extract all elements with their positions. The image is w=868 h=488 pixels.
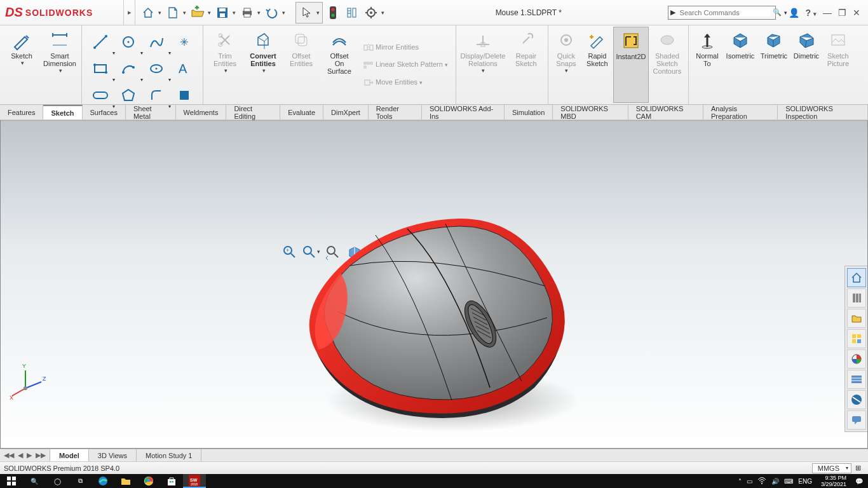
bottom-tab-3d-views[interactable]: 3D Views <box>89 449 137 461</box>
point-tool[interactable] <box>171 29 198 55</box>
normal-to-button[interactable]: Normal To <box>691 27 723 103</box>
tab-evaluate[interactable]: Evaluate <box>280 105 323 119</box>
help-button[interactable]: ? ▾ <box>806 8 817 18</box>
linear-pattern-button[interactable]: Linear Sketch Pattern ▾ <box>363 60 448 69</box>
display-delete-relations-button[interactable]: Display/Delete Relations▾ <box>459 27 507 103</box>
taskpane-appearances-icon[interactable] <box>847 349 866 369</box>
svg-line-90 <box>12 388 25 396</box>
options-list-icon[interactable] <box>343 4 361 22</box>
save-button[interactable]: ▾ <box>214 4 237 22</box>
repair-sketch-button[interactable]: Repair Sketch <box>507 27 545 103</box>
tab-sketch[interactable]: Sketch <box>43 105 82 119</box>
rapid-sketch-button[interactable]: Rapid Sketch <box>581 27 613 103</box>
slot-tool[interactable]: ▾ <box>87 83 114 108</box>
arc-tool[interactable]: ▾ <box>115 56 142 81</box>
close-button[interactable]: ✕ <box>853 8 860 18</box>
dimetric-button[interactable]: Dimetric <box>790 27 822 103</box>
trim-entities-button[interactable]: Trim Entities▾ <box>206 27 244 103</box>
volume-icon[interactable]: 🔊 <box>771 478 779 485</box>
settings-button[interactable]: ▾ <box>362 4 386 22</box>
tab-solidworks-add-ins[interactable]: SOLIDWORKS Add-Ins <box>422 105 505 119</box>
bottom-tab-motion-study-1[interactable]: Motion Study 1 <box>137 449 201 461</box>
taskpane-view-palette-icon[interactable] <box>847 329 866 348</box>
search-icon[interactable]: 🔍 <box>23 474 46 488</box>
taskpane-design-library-icon[interactable] <box>847 288 866 308</box>
menu-flyout-button[interactable]: ▸ <box>124 0 135 25</box>
tray-overflow-icon[interactable]: ˄ <box>738 478 742 485</box>
select-button[interactable]: ▾ <box>295 2 323 24</box>
taskpane-forum-icon[interactable] <box>847 410 866 430</box>
svg-point-34 <box>132 66 135 69</box>
polygon-tool[interactable] <box>115 83 142 108</box>
file-explorer-icon[interactable] <box>114 474 137 488</box>
tab-render-tools[interactable]: Render Tools <box>369 105 422 119</box>
status-edition: SOLIDWORKS Premium 2018 SP4.0 <box>4 464 119 472</box>
bottom-tab-model[interactable]: Model <box>50 449 89 461</box>
line-tool[interactable]: ▾ <box>87 29 114 55</box>
taskpane-sw-resources-icon[interactable] <box>847 390 866 409</box>
new-button[interactable]: ▾ <box>164 4 187 22</box>
isometric-button[interactable]: Isometric <box>723 27 757 103</box>
user-icon[interactable]: 👤 <box>789 8 799 18</box>
taskpane-file-explorer-icon[interactable] <box>847 309 866 328</box>
convert-entities-button[interactable]: Convert Entities▾ <box>244 27 282 103</box>
taskpane-home-icon[interactable] <box>847 268 866 287</box>
rectangle-tool[interactable]: ▾ <box>87 56 114 81</box>
trimetric-label: Trimetric <box>761 52 787 60</box>
spline-tool[interactable]: ▾ <box>143 29 170 55</box>
home-button[interactable]: ▾ <box>139 4 163 22</box>
start-button[interactable] <box>0 474 23 488</box>
edge-icon[interactable] <box>92 474 114 488</box>
ellipse-tool[interactable]: ▾ <box>143 56 170 81</box>
tab-solidworks-cam[interactable]: SOLIDWORKS CAM <box>628 105 703 119</box>
chrome-icon[interactable] <box>137 474 160 488</box>
traffic-light-icon[interactable] <box>324 4 342 22</box>
store-icon[interactable] <box>160 474 183 488</box>
circle-tool[interactable]: ▾ <box>115 29 142 55</box>
battery-icon[interactable]: ▭ <box>747 478 752 485</box>
search-input[interactable] <box>677 9 770 17</box>
shaded-sketch-contours-button[interactable]: Shaded Sketch Contours <box>649 27 686 103</box>
smart-dimension-button[interactable]: Smart Dimension▾ <box>41 27 79 103</box>
solidworks-taskbar-icon[interactable]: SW2018 <box>183 474 206 488</box>
tab-simulation[interactable]: Simulation <box>505 105 553 119</box>
mirror-entities-button[interactable]: Mirror Entities <box>363 43 448 51</box>
sketch-button[interactable]: Sketch▾ <box>3 27 41 103</box>
orientation-triad[interactable]: Y X Z <box>10 363 48 401</box>
tab-solidworks-inspection[interactable]: SOLIDWORKS Inspection <box>778 105 868 119</box>
tab-solidworks-mbd[interactable]: SOLIDWORKS MBD <box>553 105 628 119</box>
open-button[interactable]: ▾ <box>189 4 212 22</box>
units-dropdown[interactable]: MMGS <box>812 463 851 473</box>
action-center-icon[interactable]: 💬 <box>855 478 863 485</box>
motion-manager-arrows[interactable]: ◀◀◀▶▶▶ <box>0 449 50 461</box>
text-tool[interactable]: A <box>171 56 198 81</box>
graphics-viewport[interactable]: + ▾ A▾ ▾ ▾ ▾ ▾ ▾ ▾ <box>0 120 868 449</box>
plane-tool[interactable] <box>171 83 198 108</box>
print-button[interactable]: ▾ <box>238 4 262 22</box>
trimetric-button[interactable]: Trimetric <box>757 27 790 103</box>
search-commands[interactable]: ▶ 🔍▾ <box>668 6 776 20</box>
clock[interactable]: 9:35 PM 3/29/2021 <box>817 475 850 487</box>
task-view-icon[interactable]: ⧉ <box>69 474 92 488</box>
tab-features[interactable]: Features <box>0 105 43 119</box>
offset-entities-button[interactable]: Offset Entities <box>282 27 320 103</box>
sketch-picture-button[interactable]: Sketch Picture <box>822 27 854 103</box>
offset-on-surface-button[interactable]: Offset On Surface <box>320 27 358 103</box>
quick-snaps-button[interactable]: Quick Snaps▾ <box>551 27 581 103</box>
keyboard-icon[interactable]: ⌨ <box>784 478 793 485</box>
minimize-button[interactable]: — <box>823 8 832 18</box>
status-grid-icon[interactable]: ⊞ <box>851 464 864 472</box>
mouse-model[interactable] <box>280 191 585 445</box>
restore-button[interactable]: ❐ <box>838 8 846 18</box>
instant2d-button[interactable]: Instant2D <box>613 27 649 103</box>
taskpane-custom-properties-icon[interactable] <box>847 370 866 389</box>
tab-dimxpert[interactable]: DimXpert <box>323 105 369 119</box>
cortana-icon[interactable]: ◯ <box>46 474 69 488</box>
wifi-icon[interactable] <box>757 477 766 485</box>
move-entities-button[interactable]: Move Entities ▾ <box>363 78 448 86</box>
tab-direct-editing[interactable]: Direct Editing <box>226 105 280 119</box>
fillet-tool[interactable]: ▾ <box>143 83 170 108</box>
language-indicator[interactable]: ENG <box>798 478 812 485</box>
undo-button[interactable]: ▾ <box>263 4 287 22</box>
tab-analysis-preparation[interactable]: Analysis Preparation <box>703 105 778 119</box>
